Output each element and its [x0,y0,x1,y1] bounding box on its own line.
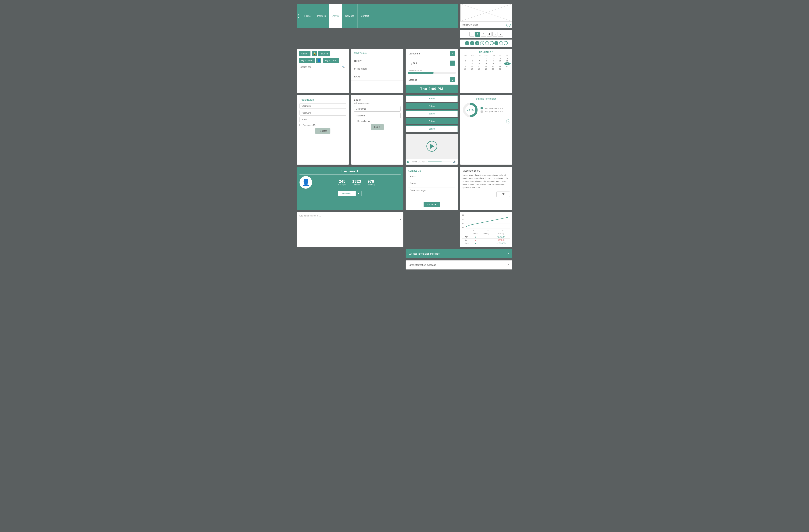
stat-legend: Lorem ipsum dolor sit amet Lorem ipsum d… [481,107,503,113]
sign-in-btn-2[interactable]: Sign In [319,51,330,56]
cal-cell: 24 [497,65,503,68]
nav-contact[interactable]: Contact [358,4,372,28]
dashboard-label: Dashboard [409,52,420,55]
ok-button[interactable]: OK [496,192,510,197]
registration-title: Registration [299,98,346,101]
nav-services[interactable]: Services [342,4,358,28]
page-dots[interactable]: ... [493,32,497,37]
send-mail-button[interactable]: Sent mail [424,202,440,207]
login-username[interactable] [354,106,400,111]
register-button[interactable]: Register [315,128,330,134]
logout-icon: → [450,60,455,66]
page-2[interactable]: 2 [481,32,486,37]
logout-label: Log Out [409,62,417,65]
cal-head-mon: MON [469,54,476,57]
success-close-btn[interactable]: × [507,252,510,256]
contact-subject[interactable] [408,181,455,186]
cal-cell: 20 [469,65,476,68]
profile-star: ★ [356,170,359,173]
radio-5[interactable] [504,41,508,45]
stat-nav: › [462,120,510,123]
reg-password[interactable] [299,110,346,116]
video-play-btn[interactable]: ▶ [407,160,410,163]
left-controls: Sign In 🔒 Sign In My account 👤 My accoun… [297,49,349,93]
navbar: Home Portfolio About Services Contact [297,4,458,28]
y-label-83: 83 [462,227,464,229]
page-prev[interactable]: ‹ [469,32,475,37]
video-progress-bar[interactable] [428,161,452,162]
radio-2[interactable] [490,41,494,45]
menu-faqs[interactable]: FAQS [351,73,403,81]
login-remember-checkbox[interactable] [354,120,356,122]
pagination-row: ‹ 1 2 3 ... › [460,30,512,38]
sign-in-btn-1[interactable]: Sign In [299,51,310,56]
cal-cell: 9 [490,60,497,62]
nav-about[interactable]: About [329,4,342,28]
btn-5[interactable]: Botton [406,125,458,132]
search-bar: 🔍 [299,65,347,69]
menu-history[interactable]: History [351,57,403,65]
chart-table: Daily Weekly Monthly April +1.9/1.2% May… [462,232,510,245]
followers-stat: 1323 Followers [352,179,364,186]
reg-remember-checkbox[interactable] [299,124,302,126]
following-dropdown-arrow[interactable]: ▼ [356,191,362,196]
chart-row-april: April +1.9/1.2% [462,235,510,238]
error-close-btn[interactable]: × [507,263,509,267]
cal-cell [504,68,511,70]
play-triangle-icon [430,144,434,149]
contact-message[interactable] [408,188,455,198]
buttons-section: Botton Botton Botton Botton Botton [406,95,458,132]
x-label-4: 4 [487,229,488,231]
nav-home[interactable]: Home [301,4,314,28]
cal-cell [469,57,476,59]
step-1: 1 [465,41,469,45]
y-label-85: 85 [462,218,464,220]
nav-portfolio[interactable]: Portfolio [314,4,329,28]
cal-head-tue: TUE [476,54,483,57]
chart-row-label-june: June [462,242,471,245]
search-input[interactable] [300,66,341,68]
login-title: Log In [354,98,400,101]
followers-label: Followers [352,184,361,186]
video-playlist-label: Playlist [411,161,417,163]
volume-icon[interactable]: 🔊 [453,160,456,163]
contact-email[interactable] [408,174,455,179]
btn-2[interactable]: Botton [406,103,458,109]
messages-stat: 245 Messages [338,179,349,186]
contact-title: Contact Me [408,169,455,172]
avatar-icon: 👤 [302,178,310,186]
reg-username[interactable] [299,103,346,109]
radio-1[interactable] [485,41,489,45]
legend-text-2: Lorem ipsum dolor sit amet [484,111,503,112]
play-circle[interactable] [427,141,437,152]
following-button[interactable]: Following [338,191,355,196]
menu-in-the-media[interactable]: In the media [351,65,403,73]
page-1[interactable]: 1 [475,32,480,37]
slider-arrow-btn[interactable]: › [506,23,511,27]
radio-4[interactable] [499,41,503,45]
legend-item-1: Lorem ipsum dolor sit amet [481,107,503,109]
radio-3[interactable] [494,41,498,45]
btn-1[interactable]: Botton [406,95,458,102]
following-label: Following [367,184,375,186]
logout-item: Log Out → [406,58,458,68]
cal-cell: 27 [469,68,476,70]
user-profile: Username ★ 👤 245 Messages 1323 Followers… [297,167,403,210]
my-account-btn-2[interactable]: My account [323,58,339,63]
btn-4[interactable]: Botton [406,118,458,124]
login-form: Log In with your account Remember Me Log… [351,95,403,164]
login-password[interactable] [354,113,400,119]
page-3[interactable]: 3 [487,32,492,37]
follow-row: Following ▼ [299,191,400,196]
btn-3[interactable]: Botton [406,110,458,117]
success-message: Success information message [409,252,440,255]
login-button[interactable]: Log In [371,124,384,130]
menu-who-we-are[interactable]: Who we are [351,49,403,57]
my-account-btn-1[interactable]: My account [299,58,315,63]
stat-body: 75 % Lorem ipsum dolor sit amet Lorem ip… [462,102,510,118]
stat-next-btn[interactable]: › [506,120,510,123]
reg-email[interactable] [299,117,346,122]
video-controls: ▶ Playlist 2:17 / 3:56 🔊 [406,159,458,164]
page-next[interactable]: › [498,32,503,37]
download-bar-wrap: Download 54 % ... [406,68,458,75]
